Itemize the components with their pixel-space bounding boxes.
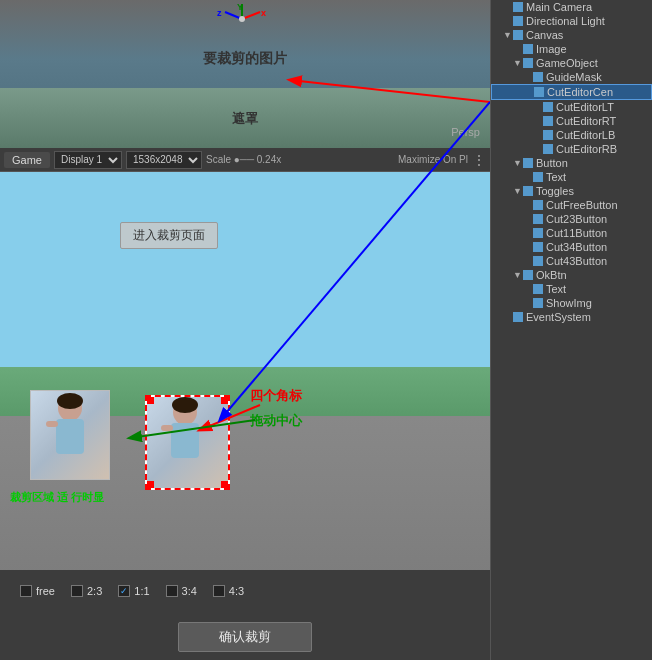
hierarchy-icon-9 <box>543 130 553 140</box>
hierarchy-item-22[interactable]: EventSystem <box>491 310 652 324</box>
ratio-label-1:1: 1:1 <box>134 585 149 597</box>
svg-text:x: x <box>261 8 266 18</box>
svg-text:z: z <box>217 8 222 18</box>
hierarchy-label-18: Cut43Button <box>546 255 607 267</box>
hierarchy-item-16[interactable]: Cut11Button <box>491 226 652 240</box>
hierarchy-label-5: GuideMask <box>546 71 602 83</box>
four-corners-label: 四个角标 <box>250 387 302 405</box>
hierarchy-item-12[interactable]: Text <box>491 170 652 184</box>
hierarchy-label-20: Text <box>546 283 566 295</box>
xyz-gizmo: x Y z <box>215 2 270 37</box>
hierarchy-label-21: ShowImg <box>546 297 592 309</box>
hierarchy-label-7: CutEditorLT <box>556 101 614 113</box>
hierarchy-item-18[interactable]: Cut43Button <box>491 254 652 268</box>
hierarchy-icon-5 <box>533 72 543 82</box>
hierarchy-icon-2 <box>513 30 523 40</box>
mask-label: 遮罩 <box>232 110 258 128</box>
ratio-item-1:1[interactable]: 1:1 <box>118 585 149 597</box>
svg-point-6 <box>239 16 245 22</box>
hierarchy-label-15: Cut23Button <box>546 213 607 225</box>
hierarchy-icon-22 <box>513 312 523 322</box>
hierarchy-item-13[interactable]: ▼Toggles <box>491 184 652 198</box>
ratio-checkbox-2:3[interactable] <box>71 585 83 597</box>
hierarchy-label-1: Directional Light <box>526 15 605 27</box>
hierarchy-label-3: Image <box>536 43 567 55</box>
hierarchy-item-1[interactable]: Directional Light <box>491 14 652 28</box>
maximize-button[interactable]: Maximize On Pl <box>398 154 468 165</box>
hierarchy-icon-1 <box>513 16 523 26</box>
ratio-checkbox-3:4[interactable] <box>166 585 178 597</box>
hierarchy-label-8: CutEditorRT <box>556 115 616 127</box>
confirm-crop-button[interactable]: 确认裁剪 <box>178 622 312 652</box>
svg-rect-13 <box>171 423 199 458</box>
hierarchy-icon-8 <box>543 116 553 126</box>
hierarchy-arrow-4: ▼ <box>513 58 523 68</box>
hierarchy-item-14[interactable]: CutFreeButton <box>491 198 652 212</box>
ratio-item-4:3[interactable]: 4:3 <box>213 585 244 597</box>
hierarchy-label-11: Button <box>536 157 568 169</box>
hierarchy-icon-6 <box>534 87 544 97</box>
hierarchy-item-6[interactable]: CutEditorCen <box>491 84 652 100</box>
hierarchy-item-8[interactable]: CutEditorRT <box>491 114 652 128</box>
resolution-select[interactable]: 1536x2048 <box>126 151 202 169</box>
hierarchy-item-11[interactable]: ▼Button <box>491 156 652 170</box>
hierarchy-arrow-11: ▼ <box>513 158 523 168</box>
svg-text:Y: Y <box>237 2 243 12</box>
svg-point-12 <box>172 397 198 413</box>
svg-line-4 <box>225 12 242 19</box>
hierarchy-label-17: Cut34Button <box>546 241 607 253</box>
hierarchy-item-2[interactable]: ▼Canvas <box>491 28 652 42</box>
ratio-item-3:4[interactable]: 3:4 <box>166 585 197 597</box>
left-panel: x Y z 要裁剪的图片 Persp 遮罩 Game Display 1 153… <box>0 0 490 660</box>
hierarchy-item-20[interactable]: Text <box>491 282 652 296</box>
ratio-label-free: free <box>36 585 55 597</box>
hierarchy-item-5[interactable]: GuideMask <box>491 70 652 84</box>
hierarchy-icon-11 <box>523 158 533 168</box>
more-options-button[interactable]: ⋮ <box>472 152 486 168</box>
hierarchy-item-17[interactable]: Cut34Button <box>491 240 652 254</box>
corner-marker-tl <box>146 396 154 404</box>
hierarchy-icon-13 <box>523 186 533 196</box>
hierarchy-item-3[interactable]: Image <box>491 42 652 56</box>
hierarchy-icon-20 <box>533 284 543 294</box>
hierarchy-icon-21 <box>533 298 543 308</box>
game-tab[interactable]: Game <box>4 152 50 168</box>
svg-line-0 <box>242 12 260 19</box>
hierarchy-item-15[interactable]: Cut23Button <box>491 212 652 226</box>
hierarchy-item-0[interactable]: Main Camera <box>491 0 652 14</box>
hierarchy-arrow-19: ▼ <box>513 270 523 280</box>
hierarchy-item-10[interactable]: CutEditorRB <box>491 142 652 156</box>
enter-crop-button[interactable]: 进入裁剪页面 <box>120 222 218 249</box>
svg-point-8 <box>57 393 83 409</box>
scene-image-label: 要裁剪的图片 <box>203 50 287 68</box>
hierarchy-label-12: Text <box>546 171 566 183</box>
hierarchy-item-19[interactable]: ▼OkBtn <box>491 268 652 282</box>
hierarchy-label-14: CutFreeButton <box>546 199 618 211</box>
hierarchy-label-2: Canvas <box>526 29 563 41</box>
ratio-checkbox-1:1[interactable] <box>118 585 130 597</box>
hierarchy-icon-4 <box>523 58 533 68</box>
hierarchy-icon-15 <box>533 214 543 224</box>
ratio-item-free[interactable]: free <box>20 585 55 597</box>
left-image-thumbnail <box>30 390 110 480</box>
hierarchy-item-7[interactable]: CutEditorLT <box>491 100 652 114</box>
crop-size-label: 裁剪区域 适 行时显 <box>10 490 104 505</box>
ratio-label-2:3: 2:3 <box>87 585 102 597</box>
hierarchy-item-21[interactable]: ShowImg <box>491 296 652 310</box>
ratio-checkbox-free[interactable] <box>20 585 32 597</box>
hierarchy-label-0: Main Camera <box>526 1 592 13</box>
ratio-item-2:3[interactable]: 2:3 <box>71 585 102 597</box>
display-select[interactable]: Display 1 <box>54 151 122 169</box>
right-image-content <box>147 397 228 488</box>
hierarchy-list: Main CameraDirectional Light▼CanvasImage… <box>491 0 652 324</box>
svg-rect-10 <box>46 421 58 427</box>
game-toolbar: Game Display 1 1536x2048 Scale ●── 0.24x… <box>0 148 490 172</box>
svg-rect-14 <box>161 425 173 431</box>
hierarchy-item-9[interactable]: CutEditorLB <box>491 128 652 142</box>
hierarchy-icon-16 <box>533 228 543 238</box>
right-image-thumbnail[interactable] <box>145 395 230 490</box>
hierarchy-label-10: CutEditorRB <box>556 143 617 155</box>
hierarchy-item-4[interactable]: ▼GameObject <box>491 56 652 70</box>
scene-persp-label: Persp <box>451 126 480 138</box>
ratio-checkbox-4:3[interactable] <box>213 585 225 597</box>
